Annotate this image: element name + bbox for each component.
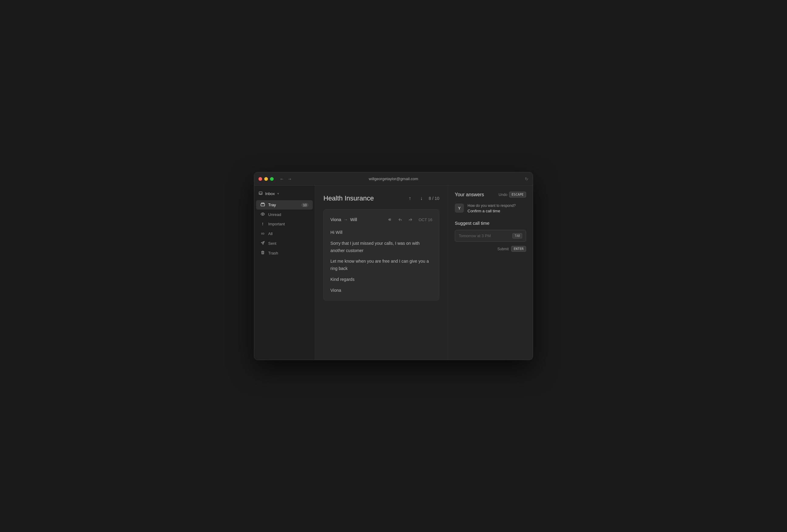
reply-button[interactable] xyxy=(396,216,404,224)
app-window: ← → willgeorgetaylor@gmail.com ↻ Inbox ▾… xyxy=(254,172,533,360)
email-line-4: Kind regards xyxy=(331,276,432,283)
forward-button[interactable] xyxy=(407,216,414,224)
forward-arrow[interactable]: → xyxy=(288,176,292,182)
answer-avatar: Y xyxy=(455,204,464,213)
sidebar-item-important[interactable]: ! Important xyxy=(256,219,313,228)
submit-label: Submit xyxy=(497,247,509,251)
sent-label: Sent xyxy=(268,241,309,246)
email-to: Will xyxy=(350,217,357,222)
exclamation-icon: ! xyxy=(260,222,265,226)
infinity-icon: ∞ xyxy=(260,231,265,236)
sidebar-item-tray[interactable]: Tray 10 xyxy=(256,200,313,210)
email-line-1: Hi Will xyxy=(331,229,432,236)
unread-label: Unread xyxy=(268,212,309,217)
email-from: Viona xyxy=(331,217,341,222)
suggest-section: Suggest call time TAB Submit ENTER xyxy=(455,220,526,252)
sidebar-item-all[interactable]: ∞ All xyxy=(256,229,313,238)
svg-point-3 xyxy=(262,214,263,215)
answers-title: Your answers xyxy=(455,192,499,197)
important-label: Important xyxy=(268,222,309,226)
escape-badge[interactable]: ESCAPE xyxy=(509,192,526,197)
maximize-button[interactable] xyxy=(270,177,274,181)
reply-all-button[interactable] xyxy=(386,216,394,224)
traffic-lights xyxy=(258,177,274,181)
email-prev-button[interactable]: ↑ xyxy=(406,194,414,203)
close-button[interactable] xyxy=(258,177,262,181)
email-date: OCT 16 xyxy=(419,217,432,222)
right-panel: Your answers Undo ESCAPE Y How do you wa… xyxy=(448,186,533,360)
eye-icon xyxy=(260,212,265,217)
arrow-icon: → xyxy=(343,217,349,222)
email-line-5: Viona xyxy=(331,287,432,294)
titlebar: ← → willgeorgetaylor@gmail.com ↻ xyxy=(254,172,533,186)
suggest-title: Suggest call time xyxy=(455,220,526,226)
answer-content: How do you want to respond? Confirm a ca… xyxy=(468,204,526,213)
svg-rect-2 xyxy=(261,203,264,204)
tray-badge: 10 xyxy=(301,203,309,207)
nav-arrows: ← → xyxy=(280,176,292,182)
tray-label: Tray xyxy=(268,203,298,207)
suggest-input[interactable] xyxy=(459,234,510,238)
sidebar-header[interactable]: Inbox ▾ xyxy=(254,189,315,200)
refresh-icon[interactable]: ↻ xyxy=(525,176,529,182)
email-counter: 8 / 10 xyxy=(429,196,439,201)
minimize-button[interactable] xyxy=(264,177,268,181)
suggest-input-container[interactable]: TAB xyxy=(455,230,526,242)
tab-badge: TAB xyxy=(512,233,522,238)
window-title: willgeorgetaylor@gmail.com xyxy=(369,176,418,181)
main-content: Inbox ▾ Tray 10 Unread ! Imp xyxy=(254,186,533,360)
send-icon xyxy=(260,241,265,246)
svg-rect-6 xyxy=(262,252,264,254)
undo-label: Undo xyxy=(499,193,508,197)
email-card: Viona → Will xyxy=(323,209,439,301)
sidebar: Inbox ▾ Tray 10 Unread ! Imp xyxy=(254,186,315,360)
enter-badge[interactable]: ENTER xyxy=(511,246,526,252)
inbox-label: Inbox xyxy=(265,191,275,196)
email-navigation: ↑ ↓ 8 / 10 xyxy=(406,194,439,203)
answer-question: How do you want to respond? xyxy=(468,204,526,208)
answer-value: Confirm a call time xyxy=(468,209,526,213)
trash-icon xyxy=(260,251,265,256)
email-line-3: Let me know when you are free and I can … xyxy=(331,258,432,272)
inbox-chevron: ▾ xyxy=(277,192,279,196)
email-actions xyxy=(386,216,414,224)
sidebar-item-unread[interactable]: Unread xyxy=(256,210,313,219)
email-panel: Health Insurance ↑ ↓ 8 / 10 Viona → Will xyxy=(315,186,448,360)
all-label: All xyxy=(268,231,309,236)
svg-rect-1 xyxy=(261,204,264,206)
trash-label: Trash xyxy=(268,251,309,255)
sidebar-item-sent[interactable]: Sent xyxy=(256,239,313,248)
answer-item: Y How do you want to respond? Confirm a … xyxy=(455,204,526,213)
tray-icon xyxy=(260,202,265,208)
email-line-2: Sorry that I just missed your calls, I w… xyxy=(331,240,432,254)
answers-header: Your answers Undo ESCAPE xyxy=(455,192,526,197)
email-header: Health Insurance ↑ ↓ 8 / 10 xyxy=(323,194,439,203)
email-subject: Health Insurance xyxy=(323,194,406,202)
submit-row: Submit ENTER xyxy=(455,246,526,252)
back-arrow[interactable]: ← xyxy=(280,176,284,182)
email-from-to: Viona → Will xyxy=(331,217,386,222)
sidebar-item-trash[interactable]: Trash xyxy=(256,249,313,258)
email-body: Hi Will Sorry that I just missed your ca… xyxy=(331,229,432,294)
email-next-button[interactable]: ↓ xyxy=(417,194,426,203)
email-meta: Viona → Will xyxy=(331,216,432,224)
inbox-icon xyxy=(258,191,263,196)
